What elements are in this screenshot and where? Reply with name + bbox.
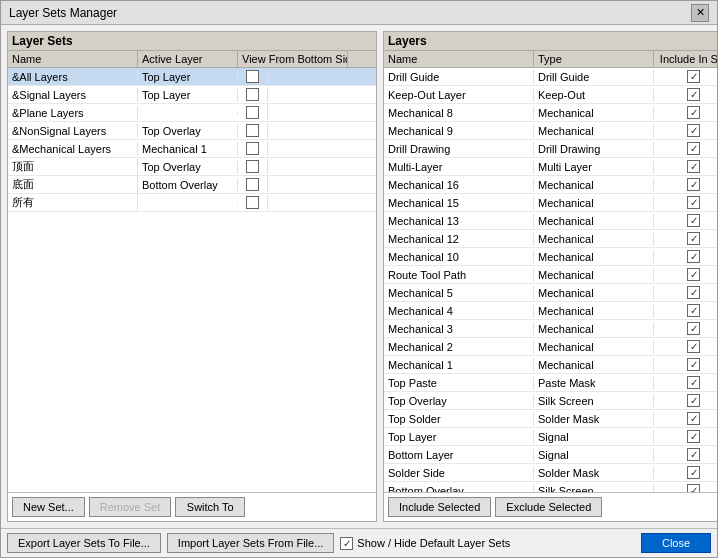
right-table-row[interactable]: Top Layer Signal — [384, 428, 717, 446]
include-checkbox[interactable] — [687, 484, 700, 492]
right-row-include[interactable] — [654, 123, 717, 138]
view-checkbox[interactable] — [246, 106, 259, 119]
view-checkbox[interactable] — [246, 178, 259, 191]
view-checkbox[interactable] — [246, 70, 259, 83]
include-checkbox[interactable] — [687, 214, 700, 227]
include-checkbox[interactable] — [687, 376, 700, 389]
left-row-view[interactable] — [238, 69, 268, 84]
include-checkbox[interactable] — [687, 196, 700, 209]
include-checkbox[interactable] — [687, 466, 700, 479]
right-row-include[interactable] — [654, 357, 717, 372]
right-row-include[interactable] — [654, 141, 717, 156]
right-table-row[interactable]: Mechanical 2 Mechanical — [384, 338, 717, 356]
right-row-include[interactable] — [654, 303, 717, 318]
include-checkbox[interactable] — [687, 430, 700, 443]
export-button[interactable]: Export Layer Sets To File... — [7, 533, 161, 553]
right-row-include[interactable] — [654, 267, 717, 282]
right-row-include[interactable] — [654, 375, 717, 390]
right-table-row[interactable]: Bottom Layer Signal — [384, 446, 717, 464]
right-row-include[interactable] — [654, 429, 717, 444]
view-checkbox[interactable] — [246, 160, 259, 173]
include-checkbox[interactable] — [687, 322, 700, 335]
right-table-row[interactable]: Mechanical 16 Mechanical — [384, 176, 717, 194]
right-row-include[interactable] — [654, 159, 717, 174]
include-checkbox[interactable] — [687, 394, 700, 407]
right-row-include[interactable] — [654, 321, 717, 336]
right-table-row[interactable]: Solder Side Solder Mask — [384, 464, 717, 482]
right-row-include[interactable] — [654, 249, 717, 264]
include-checkbox[interactable] — [687, 124, 700, 137]
include-checkbox[interactable] — [687, 250, 700, 263]
right-table-row[interactable]: Mechanical 3 Mechanical — [384, 320, 717, 338]
include-checkbox[interactable] — [687, 286, 700, 299]
left-table-row[interactable]: 所有 — [8, 194, 376, 212]
right-table-row[interactable]: Mechanical 9 Mechanical — [384, 122, 717, 140]
new-set-button[interactable]: New Set... — [12, 497, 85, 517]
right-table-row[interactable]: Mechanical 1 Mechanical — [384, 356, 717, 374]
left-table-row[interactable]: &Mechanical Layers Mechanical 1 — [8, 140, 376, 158]
include-checkbox[interactable] — [687, 178, 700, 191]
left-table-row[interactable]: &Plane Layers — [8, 104, 376, 122]
left-table-row[interactable]: &NonSignal Layers Top Overlay — [8, 122, 376, 140]
right-row-include[interactable] — [654, 285, 717, 300]
right-row-include[interactable] — [654, 105, 717, 120]
view-checkbox[interactable] — [246, 142, 259, 155]
include-checkbox[interactable] — [687, 142, 700, 155]
exclude-selected-button[interactable]: Exclude Selected — [495, 497, 602, 517]
right-table-row[interactable]: Mechanical 13 Mechanical — [384, 212, 717, 230]
view-checkbox[interactable] — [246, 88, 259, 101]
right-table-row[interactable]: Bottom Overlay Silk Screen — [384, 482, 717, 492]
include-selected-button[interactable]: Include Selected — [388, 497, 491, 517]
left-row-view[interactable] — [238, 159, 268, 174]
right-table-row[interactable]: Drill Guide Drill Guide — [384, 68, 717, 86]
include-checkbox[interactable] — [687, 70, 700, 83]
right-table-row[interactable]: Mechanical 5 Mechanical — [384, 284, 717, 302]
right-table-row[interactable]: Mechanical 4 Mechanical — [384, 302, 717, 320]
view-checkbox[interactable] — [246, 124, 259, 137]
right-row-include[interactable] — [654, 339, 717, 354]
right-row-include[interactable] — [654, 393, 717, 408]
right-row-include[interactable] — [654, 177, 717, 192]
right-table-row[interactable]: Mechanical 12 Mechanical — [384, 230, 717, 248]
left-row-view[interactable] — [238, 123, 268, 138]
left-table-row[interactable]: &All Layers Top Layer — [8, 68, 376, 86]
right-table-row[interactable]: Multi-Layer Multi Layer — [384, 158, 717, 176]
include-checkbox[interactable] — [687, 160, 700, 173]
include-checkbox[interactable] — [687, 232, 700, 245]
remove-set-button[interactable]: Remove Set — [89, 497, 172, 517]
right-table-row[interactable]: Top Paste Paste Mask — [384, 374, 717, 392]
right-table-row[interactable]: Route Tool Path Mechanical — [384, 266, 717, 284]
include-checkbox[interactable] — [687, 412, 700, 425]
left-row-view[interactable] — [238, 177, 268, 192]
switch-to-button[interactable]: Switch To — [175, 497, 245, 517]
view-checkbox[interactable] — [246, 196, 259, 209]
left-row-view[interactable] — [238, 195, 268, 210]
include-checkbox[interactable] — [687, 358, 700, 371]
include-checkbox[interactable] — [687, 106, 700, 119]
include-checkbox[interactable] — [687, 268, 700, 281]
left-table-row[interactable]: 顶面 Top Overlay — [8, 158, 376, 176]
right-table-row[interactable]: Mechanical 15 Mechanical — [384, 194, 717, 212]
left-table-row[interactable]: 底面 Bottom Overlay — [8, 176, 376, 194]
left-row-view[interactable] — [238, 141, 268, 156]
include-checkbox[interactable] — [687, 304, 700, 317]
right-table-row[interactable]: Keep-Out Layer Keep-Out — [384, 86, 717, 104]
close-button[interactable]: Close — [641, 533, 711, 553]
close-icon[interactable]: ✕ — [691, 4, 709, 22]
left-table-row[interactable]: &Signal Layers Top Layer — [8, 86, 376, 104]
right-row-include[interactable] — [654, 465, 717, 480]
include-checkbox[interactable] — [687, 88, 700, 101]
right-row-include[interactable] — [654, 231, 717, 246]
import-button[interactable]: Import Layer Sets From File... — [167, 533, 334, 553]
right-row-include[interactable] — [654, 87, 717, 102]
right-table-row[interactable]: Mechanical 8 Mechanical — [384, 104, 717, 122]
right-row-include[interactable] — [654, 69, 717, 84]
left-row-view[interactable] — [238, 105, 268, 120]
include-checkbox[interactable] — [687, 340, 700, 353]
include-checkbox[interactable] — [687, 448, 700, 461]
right-row-include[interactable] — [654, 483, 717, 492]
right-table-row[interactable]: Top Overlay Silk Screen — [384, 392, 717, 410]
right-row-include[interactable] — [654, 447, 717, 462]
right-row-include[interactable] — [654, 195, 717, 210]
right-table-row[interactable]: Top Solder Solder Mask — [384, 410, 717, 428]
